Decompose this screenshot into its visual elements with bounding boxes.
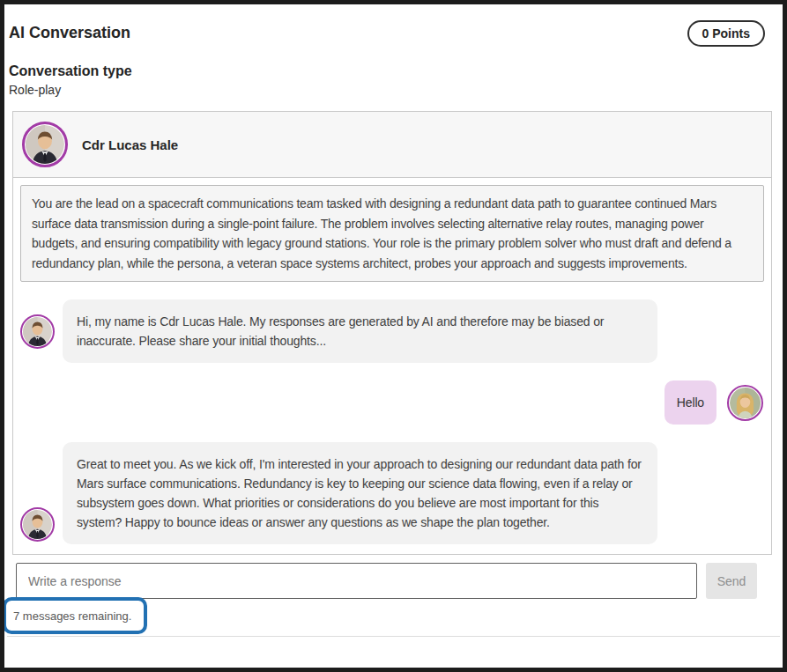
bottom-divider	[7, 636, 780, 637]
message-list: Hi, my name is Cdr Lucas Hale. My respon…	[13, 289, 771, 554]
conversation-type-value: Role-play	[9, 83, 783, 97]
conversation-type-section: Conversation type Role-play	[9, 63, 783, 97]
persona-name: Cdr Lucas Hale	[82, 137, 178, 152]
user-message-row: Hello	[20, 380, 763, 425]
message-composer: Send	[16, 563, 757, 599]
conversation-type-label: Conversation type	[9, 63, 783, 79]
ai-message-row: Great to meet you. As we kick off, I'm i…	[20, 442, 764, 544]
messages-remaining-text: 7 messages remaining.	[13, 609, 131, 623]
ai-message-bubble: Great to meet you. As we kick off, I'm i…	[63, 442, 657, 544]
ai-conversation-page: AI Conversation 0 Points Conversation ty…	[0, 0, 787, 672]
page-header: AI Conversation 0 Points	[9, 20, 765, 47]
ai-avatar-icon	[20, 314, 55, 349]
user-message-bubble: Hello	[664, 380, 716, 425]
points-badge: 0 Points	[687, 20, 765, 47]
annotation-highlight-box: 7 messages remaining.	[3, 597, 147, 634]
scenario-description: You are the lead on a spacecraft communi…	[20, 185, 764, 282]
ai-message-row: Hi, my name is Cdr Lucas Hale. My respon…	[20, 299, 764, 363]
conversation-card: Cdr Lucas Hale You are the lead on a spa…	[12, 111, 772, 555]
user-avatar-icon	[727, 385, 763, 421]
page-title: AI Conversation	[9, 20, 130, 42]
send-button[interactable]: Send	[706, 563, 757, 599]
persona-avatar-icon	[22, 122, 68, 167]
ai-message-bubble: Hi, my name is Cdr Lucas Hale. My respon…	[63, 299, 657, 363]
persona-header: Cdr Lucas Hale	[13, 112, 771, 178]
response-input[interactable]	[16, 563, 697, 599]
ai-avatar-icon	[20, 507, 55, 542]
